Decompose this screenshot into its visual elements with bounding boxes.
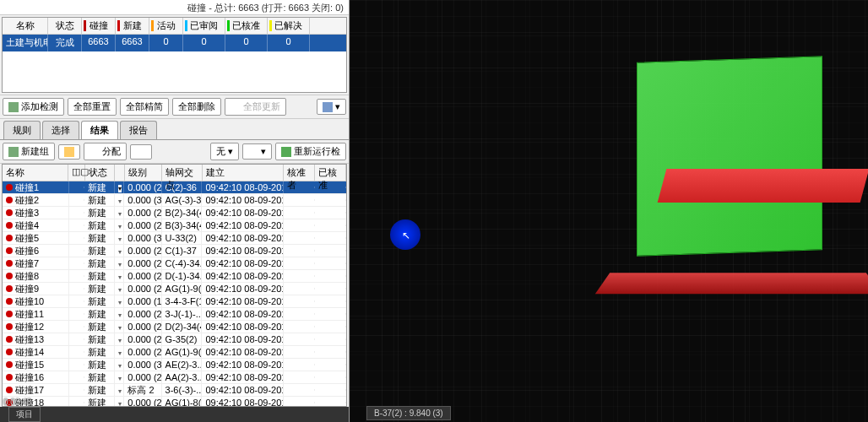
summary-total: 6663 bbox=[238, 3, 258, 13]
tab-3[interactable]: 报告 bbox=[120, 121, 157, 139]
tab-2[interactable]: 结果 bbox=[81, 121, 118, 139]
clash-panel: 碰撞 - 总计: 6663 (打开: 6663 关闭: 0) 名称 状态 碰撞 … bbox=[0, 0, 350, 422]
chevron-down-icon[interactable]: ▾ bbox=[118, 197, 122, 205]
group-toggle-button[interactable] bbox=[58, 144, 80, 160]
hdr-approver[interactable]: 核准者 bbox=[284, 165, 315, 181]
assign-button[interactable]: 分配 bbox=[84, 143, 127, 160]
chevron-down-icon[interactable]: ▾ bbox=[118, 185, 122, 192]
status-dot-icon bbox=[6, 184, 13, 191]
status-dot-icon bbox=[6, 209, 13, 216]
chevron-down-icon[interactable]: ▾ bbox=[118, 273, 122, 281]
chevron-down-icon[interactable]: ▾ bbox=[118, 337, 122, 344]
hdr-name[interactable]: 名称 bbox=[3, 165, 68, 181]
result-row[interactable]: 碰撞18新建▾0.000 (2)AG(1)-8(2)09:42:10 08-09… bbox=[3, 397, 346, 407]
add-test-button[interactable]: 添加检测 bbox=[3, 98, 64, 116]
plus-icon bbox=[8, 102, 19, 112]
col-approve[interactable]: 已核准 bbox=[225, 18, 268, 34]
status-dot-icon bbox=[6, 273, 13, 279]
hdr-approved[interactable]: 已核准 bbox=[315, 165, 346, 181]
tab-1[interactable]: 选择 bbox=[42, 121, 79, 139]
clash-element-red[interactable] bbox=[658, 169, 868, 203]
test-new: 6663 bbox=[116, 35, 149, 51]
video-timestamp: 0:00:45 bbox=[3, 398, 31, 407]
ungroup-icon bbox=[136, 147, 146, 157]
chevron-down-icon[interactable]: ▾ bbox=[118, 400, 122, 407]
col-new[interactable]: 新建 bbox=[116, 18, 149, 34]
clash-element-green[interactable] bbox=[637, 56, 822, 257]
hdr-level[interactable]: 级别 bbox=[125, 165, 162, 181]
status-dot-icon bbox=[6, 298, 13, 305]
chevron-down-icon[interactable]: ▾ bbox=[118, 223, 122, 230]
hdr-date[interactable]: 建立 bbox=[203, 165, 284, 181]
chevron-down-icon[interactable]: ▾ bbox=[118, 235, 122, 243]
chevron-down-icon[interactable]: ▾ bbox=[118, 299, 122, 306]
chevron-down-icon[interactable]: ▾ bbox=[118, 311, 122, 319]
rerun-button[interactable]: 重新运行检 bbox=[275, 143, 346, 160]
status-dot-icon bbox=[6, 361, 13, 368]
chevron-down-icon[interactable]: ▾ bbox=[118, 349, 122, 357]
status-dot-icon bbox=[6, 222, 13, 229]
compact-all-button[interactable]: 全部精简 bbox=[120, 98, 169, 116]
status-dot-icon bbox=[6, 260, 13, 267]
tests-grid-header: 名称 状态 碰撞 新建 活动 已审阅 已核准 已解决 bbox=[3, 18, 346, 35]
chevron-down-icon[interactable]: ▾ bbox=[118, 324, 122, 332]
chevron-down-icon[interactable]: ▾ bbox=[118, 248, 122, 256]
new-group-button[interactable]: 新建组 bbox=[3, 143, 55, 160]
delete-all-button[interactable]: 全部删除 bbox=[172, 98, 221, 116]
col-active[interactable]: 活动 bbox=[149, 18, 183, 34]
refresh-icon bbox=[231, 102, 241, 112]
isolate-button[interactable]: ▾ bbox=[242, 143, 272, 160]
status-dot-icon bbox=[6, 311, 13, 317]
summary-open-label: (打开: bbox=[262, 3, 286, 13]
results-header: 名称 ◫▢ 状态 级别 轴网交点 建立 核准者 已核准 bbox=[3, 165, 346, 181]
test-approve: 0 bbox=[225, 35, 268, 51]
tests-grid: 名称 状态 碰撞 新建 活动 已审阅 已核准 已解决 土建与机电碰撞 完成 66… bbox=[2, 17, 347, 93]
chevron-down-icon[interactable]: ▾ bbox=[118, 387, 122, 395]
test-review: 0 bbox=[183, 35, 225, 51]
results-toolbar: 新建组 分配 无 ▾ ▾ 重新运行检 bbox=[0, 140, 349, 164]
col-name[interactable]: 名称 bbox=[3, 18, 48, 34]
cursor-icon: ↖ bbox=[402, 230, 410, 241]
reset-all-button[interactable]: 全部重置 bbox=[68, 98, 117, 116]
tab-0[interactable]: 规则 bbox=[3, 121, 41, 139]
bottom-strip: 项目 bbox=[0, 407, 349, 422]
col-resolve[interactable]: 已解决 bbox=[268, 18, 310, 34]
hdr-grid[interactable]: 轴网交点 bbox=[162, 165, 203, 181]
chevron-down-icon[interactable]: ▾ bbox=[118, 210, 122, 218]
chevron-down-icon[interactable]: ▾ bbox=[118, 362, 122, 370]
3d-viewport[interactable]: ↖ B-37(2) : 9.840 (3) bbox=[350, 0, 868, 422]
chevron-down-icon[interactable]: ▾ bbox=[118, 261, 122, 268]
col-clash[interactable]: 碰撞 bbox=[82, 18, 116, 34]
chevron-down-icon[interactable]: ▾ bbox=[118, 286, 122, 294]
col-state[interactable]: 状态 bbox=[48, 18, 82, 34]
filter-none-button[interactable]: 无 ▾ bbox=[210, 143, 239, 160]
col-review[interactable]: 已审阅 bbox=[183, 18, 225, 34]
clash-element-red-lower[interactable] bbox=[595, 273, 868, 294]
isolate-icon bbox=[248, 147, 258, 157]
test-state: 完成 bbox=[48, 35, 82, 51]
coordinates-readout: B-37(2) : 9.840 (3) bbox=[366, 406, 451, 420]
folder-icon bbox=[64, 147, 74, 157]
hdr-state[interactable]: 状态 bbox=[85, 165, 115, 181]
results-grid[interactable]: 名称 ◫▢ 状态 级别 轴网交点 建立 核准者 已核准 碰撞1新建▾0.000 … bbox=[2, 164, 347, 407]
chevron-down-icon[interactable]: ▾ bbox=[118, 375, 122, 382]
update-all-button[interactable]: 全部更新 bbox=[225, 98, 286, 116]
test-resolve: 0 bbox=[268, 35, 310, 51]
status-dot-icon bbox=[6, 349, 13, 355]
results-tabstrip: 规则选择结果报告 bbox=[0, 119, 349, 140]
project-tab[interactable]: 项目 bbox=[8, 407, 41, 422]
status-dot-icon bbox=[6, 323, 13, 330]
hdr-camera-icon[interactable]: ◫▢ bbox=[68, 165, 85, 181]
summary-label: 碰撞 - 总计: bbox=[187, 3, 236, 13]
test-row[interactable]: 土建与机电碰撞 完成 6663 6663 0 0 0 0 bbox=[3, 35, 346, 51]
export-icon bbox=[323, 102, 333, 112]
test-active: 0 bbox=[149, 35, 183, 51]
test-clash: 6663 bbox=[82, 35, 116, 51]
export-dropdown[interactable]: ▾ bbox=[317, 99, 346, 115]
summary-closed-label: 关闭: bbox=[312, 3, 333, 13]
status-dot-icon bbox=[6, 336, 13, 343]
play-icon bbox=[281, 147, 291, 157]
test-name: 土建与机电碰撞 bbox=[3, 35, 48, 51]
ungroup-button[interactable] bbox=[130, 144, 152, 160]
status-dot-icon bbox=[6, 247, 13, 254]
